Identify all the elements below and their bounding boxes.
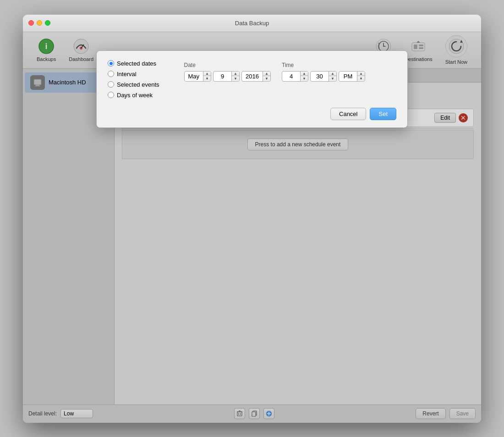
time-field-group: Time 4 ▲ ▼ <box>282 62 365 82</box>
radio-selected-events-circle <box>108 81 114 88</box>
minute-value[interactable]: 30 <box>311 72 329 81</box>
month-value[interactable]: May <box>185 72 204 81</box>
year-stepper: 2016 ▲ ▼ <box>241 71 271 82</box>
close-button[interactable] <box>28 20 34 26</box>
date-stepper-row: May ▲ ▼ 9 ▲ <box>184 71 271 82</box>
radio-selected-events[interactable]: Selected events <box>108 81 159 88</box>
month-stepper: May ▲ ▼ <box>184 71 212 82</box>
window-title: Data Backup <box>235 20 269 27</box>
radio-days-of-week-circle <box>108 92 114 98</box>
datetime-fields: Date May ▲ ▼ <box>184 60 365 82</box>
modal-overlay: Selected dates Interval Selected events … <box>23 32 481 423</box>
time-stepper-row: 4 ▲ ▼ 30 ▲ <box>282 71 365 82</box>
radio-interval[interactable]: Interval <box>108 71 159 77</box>
radio-group: Selected dates Interval Selected events … <box>108 60 159 99</box>
main-window: Data Backup i Backups Dashboard <box>23 15 481 423</box>
day-value[interactable]: 9 <box>214 72 232 81</box>
titlebar: Data Backup <box>23 15 481 32</box>
minimize-button[interactable] <box>37 20 42 26</box>
datetime-row: Date May ▲ ▼ <box>184 62 365 82</box>
modal-set-button[interactable]: Set <box>370 108 396 120</box>
ampm-up[interactable]: ▲ <box>357 72 365 76</box>
radio-selected-dates[interactable]: Selected dates <box>108 60 159 67</box>
modal-body: Selected dates Interval Selected events … <box>108 60 396 99</box>
minute-stepper: 30 ▲ ▼ <box>310 71 337 82</box>
minute-up[interactable]: ▲ <box>329 72 336 76</box>
modal-actions: Cancel Set <box>108 108 396 120</box>
radio-selected-dates-circle <box>108 60 114 66</box>
year-value[interactable]: 2016 <box>242 72 263 81</box>
maximize-button[interactable] <box>45 20 50 26</box>
minute-arrows: ▲ ▼ <box>329 72 336 81</box>
radio-interval-circle <box>108 71 114 77</box>
ampm-arrows: ▲ ▼ <box>357 72 365 81</box>
month-arrows: ▲ ▼ <box>203 72 211 81</box>
schedule-modal: Selected dates Interval Selected events … <box>96 50 408 128</box>
day-arrows: ▲ ▼ <box>232 72 239 81</box>
date-label: Date <box>184 62 271 68</box>
modal-cancel-button[interactable]: Cancel <box>330 108 366 120</box>
month-up[interactable]: ▲ <box>203 72 211 76</box>
day-stepper: 9 ▲ ▼ <box>213 71 240 82</box>
day-down[interactable]: ▼ <box>232 76 239 81</box>
ampm-value[interactable]: PM <box>339 72 357 81</box>
radio-days-of-week-label: Days of week <box>117 92 153 99</box>
year-up[interactable]: ▲ <box>263 72 270 76</box>
ampm-down[interactable]: ▼ <box>357 76 365 81</box>
ampm-stepper: PM ▲ ▼ <box>339 71 365 82</box>
hour-value[interactable]: 4 <box>282 72 301 81</box>
hour-down[interactable]: ▼ <box>301 76 308 81</box>
hour-up[interactable]: ▲ <box>301 72 308 76</box>
month-down[interactable]: ▼ <box>203 76 211 81</box>
radio-selected-events-label: Selected events <box>117 81 159 88</box>
hour-stepper: 4 ▲ ▼ <box>282 71 308 82</box>
day-up[interactable]: ▲ <box>232 72 239 76</box>
date-field-group: Date May ▲ ▼ <box>184 62 271 82</box>
traffic-lights <box>28 20 50 26</box>
radio-selected-dates-label: Selected dates <box>117 60 156 67</box>
time-label: Time <box>282 62 365 68</box>
radio-days-of-week[interactable]: Days of week <box>108 92 159 99</box>
year-down[interactable]: ▼ <box>263 76 270 81</box>
hour-arrows: ▲ ▼ <box>301 72 308 81</box>
radio-interval-label: Interval <box>117 71 137 77</box>
year-arrows: ▲ ▼ <box>263 72 270 81</box>
minute-down[interactable]: ▼ <box>329 76 336 81</box>
